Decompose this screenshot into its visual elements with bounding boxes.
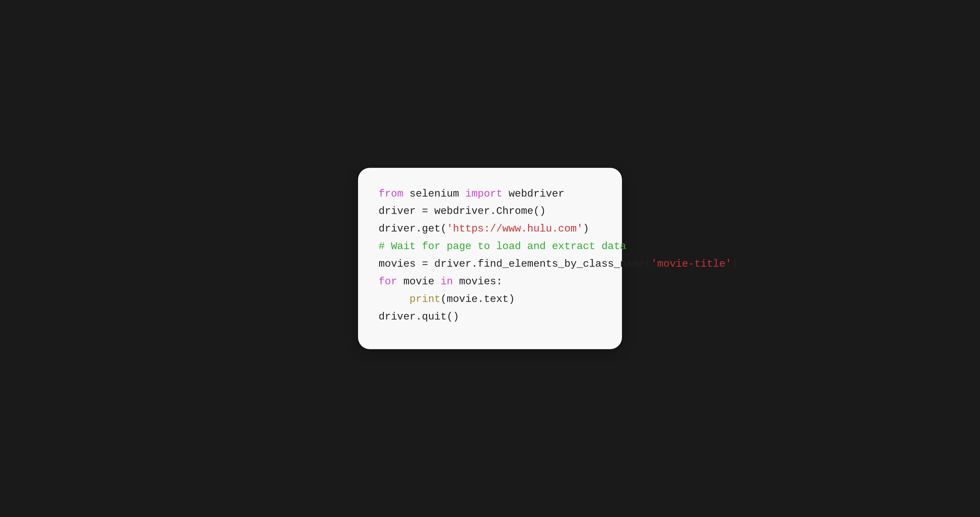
code-token: webdriver	[502, 188, 564, 200]
code-line-5: movies = driver.find_elements_by_class_n…	[379, 255, 601, 273]
code-line-2: driver = webdriver.Chrome()	[379, 203, 601, 220]
code-line-3: driver.get('https://www.hulu.com')	[379, 220, 601, 238]
code-token: )	[732, 258, 738, 270]
code-block: from selenium import webdriverdriver = w…	[379, 185, 601, 326]
code-token: driver.get(	[379, 223, 447, 235]
code-token: for	[379, 276, 397, 287]
code-token: )	[583, 223, 589, 235]
code-token: movies = driver.find_elements_by_class_n…	[379, 258, 651, 270]
code-line-6: for movie in movies:	[379, 273, 601, 291]
code-token: from	[379, 188, 403, 200]
code-token: 'https://www.hulu.com'	[447, 223, 583, 235]
code-card: from selenium import webdriverdriver = w…	[358, 168, 622, 349]
code-line-7: print(movie.text)	[379, 291, 601, 308]
code-token: # Wait for page to load and extract data	[379, 241, 626, 252]
code-token: movies:	[453, 276, 502, 287]
code-token: 'movie-title'	[651, 258, 732, 270]
code-token: driver = webdriver.Chrome()	[379, 206, 546, 217]
code-token: (movie.text)	[441, 294, 515, 305]
code-token: driver.quit()	[379, 311, 459, 323]
code-line-1: from selenium import webdriver	[379, 185, 601, 203]
code-token: import	[465, 188, 503, 200]
code-token: movie	[397, 276, 441, 287]
code-token: in	[441, 276, 453, 287]
code-token: print	[410, 294, 441, 305]
code-token: selenium	[403, 188, 465, 200]
code-token	[379, 294, 410, 305]
code-line-8: driver.quit()	[379, 308, 601, 326]
code-line-4: # Wait for page to load and extract data	[379, 238, 601, 255]
